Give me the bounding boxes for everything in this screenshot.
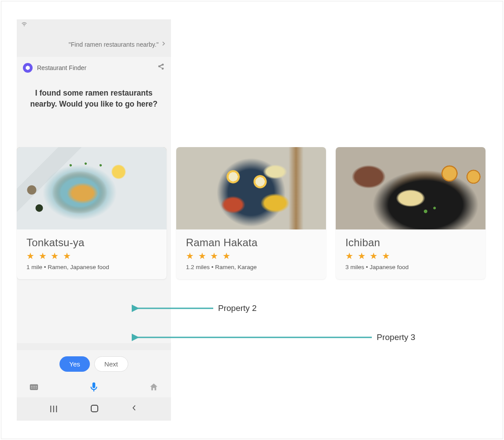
restaurant-card[interactable]: Ichiban ★ ★ ★ ★ 3 miles • Japanese food xyxy=(336,147,485,279)
android-nav-bar: ||| xyxy=(17,397,171,421)
action-row: Yes Next xyxy=(17,350,171,377)
rating-stars: ★ ★ ★ ★ xyxy=(345,251,476,261)
restaurant-card[interactable]: Tonkatsu-ya ★ ★ ★ ★ 1 mile • Ramen, Japa… xyxy=(17,147,167,279)
restaurant-meta: 3 miles • Japanese food xyxy=(345,264,476,270)
app-name: Restaurant Finder xyxy=(37,64,157,71)
nav-back[interactable] xyxy=(131,403,137,414)
restaurant-photo xyxy=(176,147,326,229)
share-icon[interactable] xyxy=(157,63,165,73)
user-query[interactable]: "Find ramen restaurants nearby." xyxy=(17,28,171,55)
keyboard-icon[interactable] xyxy=(29,382,39,394)
query-text: "Find ramen restaurants nearby." xyxy=(69,41,159,48)
status-bar xyxy=(17,19,171,28)
wifi-icon xyxy=(21,21,27,29)
app-icon xyxy=(23,63,33,73)
nav-recents[interactable]: ||| xyxy=(50,405,58,413)
home-icon[interactable] xyxy=(149,382,159,394)
annotation-label: Property 2 xyxy=(218,303,257,313)
chevron-right-icon xyxy=(160,41,167,48)
restaurant-meta: 1.2 miles • Ramen, Karage xyxy=(186,264,316,270)
rating-stars: ★ ★ ★ ★ xyxy=(186,251,316,261)
restaurant-meta: 1 mile • Ramen, Japanese food xyxy=(26,264,157,270)
annotation-arrow xyxy=(132,331,374,344)
restaurant-photo xyxy=(17,147,167,229)
restaurant-photo xyxy=(336,147,485,229)
next-button[interactable]: Next xyxy=(94,356,128,372)
restaurant-name: Ichiban xyxy=(345,237,476,249)
microphone-icon[interactable] xyxy=(88,381,100,395)
annotation-arrow xyxy=(132,302,215,315)
annotation-label: Property 3 xyxy=(377,333,415,342)
input-dock xyxy=(17,377,171,397)
yes-button[interactable]: Yes xyxy=(59,356,89,372)
restaurant-name: Raman Hakata xyxy=(186,237,316,249)
nav-home[interactable] xyxy=(91,405,98,412)
restaurant-name: Tonkatsu-ya xyxy=(26,237,157,249)
app-header: Restaurant Finder xyxy=(17,57,171,76)
restaurant-card[interactable]: Raman Hakata ★ ★ ★ ★ 1.2 miles • Ramen, … xyxy=(176,147,326,279)
rating-stars: ★ ★ ★ ★ xyxy=(26,251,157,261)
restaurant-carousel[interactable]: Tonkatsu-ya ★ ★ ★ ★ 1 mile • Ramen, Japa… xyxy=(17,147,493,279)
assistant-prompt: I found some ramen restaurants nearby. W… xyxy=(17,76,171,122)
